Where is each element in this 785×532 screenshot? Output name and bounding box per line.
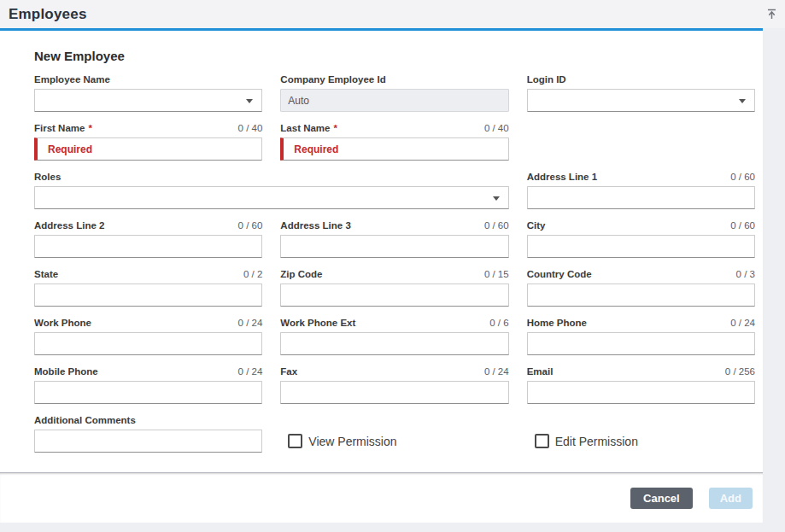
zip-code-input[interactable] bbox=[280, 284, 508, 307]
char-counter: 0 / 256 bbox=[725, 366, 755, 377]
add-button[interactable]: Add bbox=[709, 488, 753, 509]
collapse-panel-button[interactable] bbox=[764, 8, 779, 23]
char-counter: 0 / 60 bbox=[484, 220, 509, 231]
char-counter: 0 / 2 bbox=[243, 269, 262, 279]
city-input[interactable] bbox=[527, 235, 755, 258]
field-label: Additional Comments bbox=[34, 415, 136, 425]
field-company-employee-id: Company Employee Id bbox=[280, 74, 508, 112]
field-address-line-2: Address Line 2 0 / 60 bbox=[34, 220, 262, 258]
form-row: State 0 / 2 Zip Code 0 / 15 Country Code… bbox=[34, 269, 755, 307]
page-title: Employees bbox=[9, 6, 87, 23]
required-marker: * bbox=[88, 123, 91, 133]
state-input[interactable] bbox=[34, 284, 262, 307]
field-fax: Fax 0 / 24 bbox=[280, 366, 508, 404]
field-label: Address Line 2 bbox=[34, 220, 104, 231]
form-row: Roles Address Line 1 0 / 60 bbox=[34, 172, 755, 209]
field-mobile-phone: Mobile Phone 0 / 24 bbox=[34, 366, 262, 404]
work-phone-input[interactable] bbox=[34, 332, 262, 355]
field-label: Company Employee Id bbox=[280, 74, 385, 85]
collapse-up-icon bbox=[765, 8, 778, 23]
char-counter: 0 / 24 bbox=[238, 366, 263, 377]
field-country-code: Country Code 0 / 3 bbox=[527, 269, 755, 307]
char-counter: 0 / 40 bbox=[484, 123, 509, 133]
char-counter: 0 / 60 bbox=[730, 220, 755, 231]
title-bar: Employees bbox=[0, 0, 785, 28]
home-phone-input[interactable] bbox=[527, 332, 755, 355]
edit-permission-group: Edit Permission bbox=[527, 430, 755, 453]
field-last-name: Last Name* 0 / 40 bbox=[280, 123, 508, 161]
chevron-down-icon bbox=[493, 196, 500, 201]
form-row: First Name* 0 / 40 Last Name* 0 / 40 bbox=[34, 123, 755, 161]
field-label: Address Line 1 bbox=[527, 172, 597, 182]
view-permission-group: View Permission bbox=[280, 430, 508, 453]
field-address-line-3: Address Line 3 0 / 60 bbox=[280, 220, 508, 258]
char-counter: 0 / 3 bbox=[736, 269, 755, 279]
roles-select[interactable] bbox=[34, 186, 509, 209]
edit-permission-checkbox[interactable] bbox=[535, 434, 549, 448]
mobile-phone-input[interactable] bbox=[34, 381, 262, 404]
address-line-1-input[interactable] bbox=[527, 186, 755, 209]
additional-comments-input[interactable] bbox=[34, 430, 262, 453]
field-work-phone-ext: Work Phone Ext 0 / 6 bbox=[280, 318, 508, 355]
field-label: Email bbox=[527, 366, 554, 377]
field-email: Email 0 / 256 bbox=[527, 366, 755, 404]
field-label: Zip Code bbox=[280, 269, 322, 279]
address-line-3-input[interactable] bbox=[280, 235, 508, 258]
char-counter: 0 / 60 bbox=[730, 172, 755, 182]
new-employee-form: New Employee Employee Name Company Emplo… bbox=[0, 31, 763, 472]
chevron-down-icon bbox=[739, 99, 746, 103]
form-row: Additional Comments View Permission Edit… bbox=[34, 415, 755, 453]
field-label: Employee Name bbox=[34, 74, 110, 85]
field-address-line-1: Address Line 1 0 / 60 bbox=[527, 172, 755, 209]
fax-input[interactable] bbox=[280, 381, 508, 404]
first-name-input[interactable] bbox=[34, 137, 262, 161]
field-additional-comments: Additional Comments bbox=[34, 415, 262, 453]
field-label: Work Phone bbox=[34, 318, 91, 328]
field-label: Roles bbox=[34, 172, 61, 182]
field-label: Address Line 3 bbox=[280, 220, 350, 231]
chevron-down-icon bbox=[246, 99, 253, 103]
required-marker: * bbox=[334, 123, 337, 133]
checkbox-label: View Permission bbox=[308, 435, 396, 448]
char-counter: 0 / 6 bbox=[489, 318, 508, 328]
field-label: Work Phone Ext bbox=[280, 318, 355, 328]
work-phone-ext-input[interactable] bbox=[280, 332, 508, 355]
char-counter: 0 / 15 bbox=[484, 269, 509, 279]
last-name-input[interactable] bbox=[280, 137, 508, 161]
login-id-select[interactable] bbox=[527, 89, 755, 112]
char-counter: 0 / 24 bbox=[730, 318, 755, 328]
form-footer: Cancel Add bbox=[0, 472, 763, 523]
section-title: New Employee bbox=[34, 31, 755, 63]
char-counter: 0 / 24 bbox=[238, 318, 263, 328]
field-label: Mobile Phone bbox=[34, 366, 98, 377]
field-employee-name: Employee Name bbox=[34, 74, 262, 112]
field-work-phone: Work Phone 0 / 24 bbox=[34, 318, 262, 355]
checkbox-label: Edit Permission bbox=[555, 435, 638, 448]
employee-name-select[interactable] bbox=[34, 89, 262, 112]
field-city: City 0 / 60 bbox=[527, 220, 755, 258]
country-code-input[interactable] bbox=[527, 284, 755, 307]
company-employee-id-input bbox=[280, 89, 508, 112]
form-row: Employee Name Company Employee Id Login … bbox=[34, 74, 755, 112]
form-row: Work Phone 0 / 24 Work Phone Ext 0 / 6 H… bbox=[34, 318, 755, 355]
char-counter: 0 / 40 bbox=[238, 123, 263, 133]
field-label: First Name* bbox=[34, 123, 92, 133]
field-label: Login ID bbox=[527, 74, 566, 85]
field-label: Last Name* bbox=[280, 123, 337, 133]
char-counter: 0 / 24 bbox=[484, 366, 509, 377]
field-home-phone: Home Phone 0 / 24 bbox=[527, 318, 755, 355]
email-input[interactable] bbox=[527, 381, 755, 404]
field-label: Home Phone bbox=[527, 318, 587, 328]
field-label: City bbox=[527, 220, 546, 231]
form-row: Mobile Phone 0 / 24 Fax 0 / 24 Email 0 /… bbox=[34, 366, 755, 404]
field-login-id: Login ID bbox=[527, 74, 755, 112]
field-first-name: First Name* 0 / 40 bbox=[34, 123, 262, 161]
form-row: Address Line 2 0 / 60 Address Line 3 0 /… bbox=[34, 220, 755, 258]
field-label: Country Code bbox=[527, 269, 592, 279]
field-label: Fax bbox=[280, 366, 297, 377]
view-permission-checkbox[interactable] bbox=[288, 434, 302, 448]
cancel-button[interactable]: Cancel bbox=[630, 488, 693, 509]
address-line-2-input[interactable] bbox=[34, 235, 262, 258]
field-roles: Roles bbox=[34, 172, 509, 209]
field-label: State bbox=[34, 269, 58, 279]
